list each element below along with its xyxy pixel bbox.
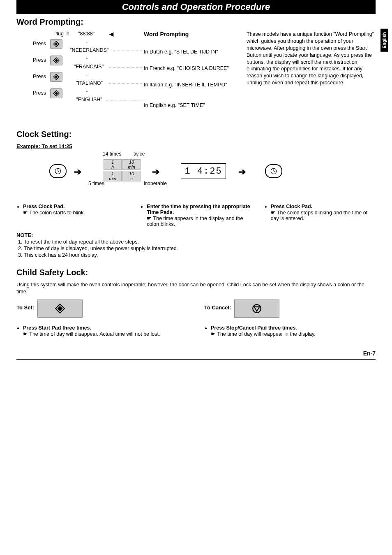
set-lead: Press Start Pad three times. (23, 325, 91, 331)
banner-title: Controls and Operation Procedure (16, 0, 376, 14)
arrow-left-icon: ◄ (108, 30, 115, 39)
stop-pad-graphic (234, 300, 279, 318)
label-to-cancel: To Cancel: (204, 304, 231, 311)
start-pad-graphic (37, 300, 83, 318)
label-twice: twice (134, 151, 145, 157)
label-inoperable: inoperable (144, 181, 167, 186)
set-sub: The time of day will disappear. Actual t… (23, 331, 188, 337)
heading-child-lock: Child Safety Lock: (16, 268, 376, 277)
word-prompting-subtitle: Word Prompting (144, 31, 189, 37)
step1-sub: The colon starts to blink. (23, 209, 128, 216)
down-arrow-icon: ↓ (85, 87, 88, 93)
label-press: Press (33, 57, 46, 63)
right-arrow-icon: ➔ (238, 167, 246, 177)
label-plugin: Plug-in (53, 31, 69, 37)
step3-sub: The colon stops blinking and the time of… (271, 209, 376, 221)
down-arrow-icon: ↓ (85, 37, 88, 44)
grid-10s: 10s (122, 171, 141, 181)
start-button-icon (50, 56, 62, 65)
note-3: This clock has a 24 hour display. (24, 252, 376, 258)
step2-sub: The time appears in the display and the … (147, 215, 251, 227)
clock-example: Example: To set 14:25 (16, 143, 376, 149)
svg-marker-3 (55, 59, 58, 62)
lang-francais: "FRANCAIS" (74, 64, 104, 70)
step1-lead: Press Clock Pad. (23, 204, 65, 209)
svg-line-10 (58, 171, 59, 172)
svg-line-13 (274, 171, 275, 172)
start-button-icon (50, 39, 62, 49)
note-heading: NOTE: (16, 232, 376, 238)
time-display: 1 4:25 (181, 163, 226, 179)
clock-step-2: Enter the time by pressing the appropria… (140, 204, 251, 228)
child-lock-intro: Using this system will make the oven con… (16, 281, 376, 295)
dotted-line (106, 100, 143, 100)
lang-italiano: "ITALIANO" (76, 80, 103, 86)
lang-english: "ENGLISH" (76, 97, 102, 102)
svg-marker-15 (57, 306, 62, 311)
label-press: Press (33, 41, 46, 46)
page-divider (16, 359, 376, 360)
heading-clock-setting: Clock Setting: (16, 130, 376, 139)
heading-word-prompting: Word Prompting: (16, 17, 376, 27)
desc-italian: In Italian e.g. "INSERITE IL TEMPO" (144, 82, 227, 88)
word-prompting-diagram: Plug-in "88:88" ◄ ↓ Word Prompting Press… (16, 31, 238, 121)
step3-lead: Press Clock Pad. (271, 204, 312, 209)
label-to-set: To Set: (16, 304, 34, 311)
clock-step-1: Press Clock Pad. The colon starts to bli… (16, 204, 128, 228)
svg-marker-1 (55, 42, 58, 46)
label-5times: 5 times (88, 181, 104, 186)
down-arrow-icon: ↓ (85, 70, 88, 77)
svg-marker-17 (254, 307, 260, 311)
grid-10min: 10min (122, 159, 141, 170)
clock-pad-icon (49, 164, 67, 178)
down-arrow-icon: ↓ (85, 54, 88, 60)
clock-pad-icon (265, 164, 282, 178)
start-button-icon (50, 72, 62, 82)
page-number: En-7 (16, 350, 376, 357)
step2-lead: Enter the time by pressing the appropria… (147, 204, 250, 215)
right-arrow-icon: ➔ (152, 167, 159, 177)
word-prompting-explain: These models have a unique function "Wor… (247, 31, 376, 121)
svg-marker-5 (55, 75, 58, 79)
child-lock-cancel-col: To Cancel: Press Stop/Cancel Pad three t… (204, 300, 376, 338)
svg-marker-7 (55, 92, 58, 95)
page-content: Controls and Operation Procedure Word Pr… (0, 0, 392, 368)
dotted-line (109, 84, 142, 84)
clock-diagram: 14 times twice ➔ 1h 10min 1min 10s 5 tim… (16, 151, 376, 200)
language-tab: English (380, 29, 388, 52)
cancel-sub: The time of day will reappear in the dis… (211, 331, 376, 337)
start-button-icon (50, 88, 62, 98)
note-list: To reset the time of day repeat all the … (24, 239, 376, 258)
label-press: Press (33, 90, 46, 96)
child-lock-set-col: To Set: Press Start Pad three times. The… (16, 300, 188, 338)
dotted-line (109, 67, 142, 67)
label-press: Press (33, 74, 46, 79)
right-arrow-icon: ➔ (74, 167, 81, 177)
cancel-lead: Press Stop/Cancel Pad three times. (211, 325, 297, 331)
label-14times: 14 times (103, 151, 121, 157)
label-initial-display: "88:88" (78, 31, 95, 37)
dotted-line (113, 51, 142, 51)
desc-english: In English e.g. "SET TIME" (144, 102, 205, 108)
lang-nederlands: "NEDERLANDS" (70, 47, 108, 53)
desc-french: In French e.g. "CHOISIR LA DUREE" (144, 65, 229, 71)
note-1: To reset the time of day repeat all the … (24, 239, 376, 245)
desc-dutch: In Dutch e.g. "STEL DE TIJD IN" (144, 49, 218, 55)
note-2: The time of day is displayed, unless the… (24, 246, 376, 251)
time-pad-grid: 1h 10min 1min 10s (103, 158, 141, 182)
grid-1min: 1min (104, 171, 122, 181)
grid-1h: 1h (104, 159, 122, 170)
clock-step-3: Press Clock Pad. The colon stops blinkin… (264, 204, 376, 228)
